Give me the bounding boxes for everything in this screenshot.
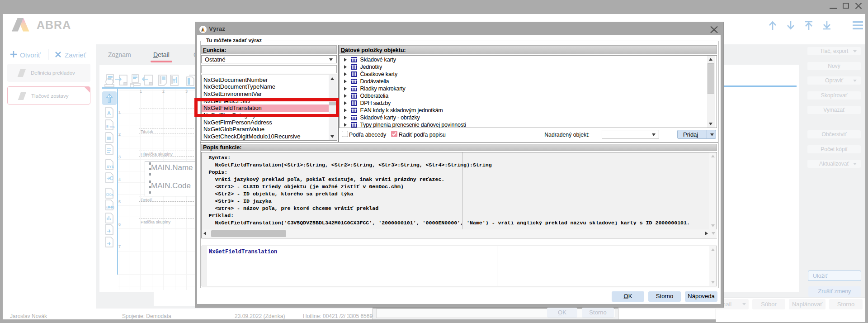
svg-text:ABRA: ABRA — [37, 19, 71, 31]
svg-text:SYS: SYS — [107, 165, 114, 169]
svg-text:(◆◆): (◆◆) — [106, 205, 114, 209]
svg-text:A: A — [107, 110, 111, 116]
svg-text:E=mc: E=mc — [106, 125, 115, 128]
